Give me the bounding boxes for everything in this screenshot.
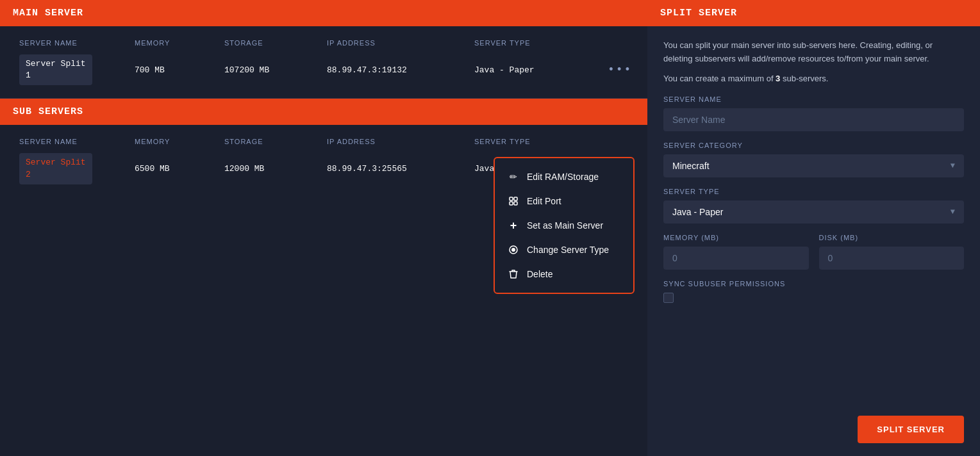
main-server-header: MAIN SERVER	[0, 0, 647, 26]
col-header-storage: STORAGE	[224, 39, 327, 47]
server-type-select[interactable]: Java - Paper Java - Spigot Bedrock	[663, 200, 964, 224]
sub-server-name-box-0: Server Split2	[19, 153, 92, 184]
context-menu-change-type[interactable]: Change Server Type	[495, 238, 633, 262]
col-header-type: SERVER TYPE	[474, 39, 602, 47]
context-menu-delete-label: Delete	[527, 269, 552, 279]
split-server-header: SPLIT SERVER	[647, 0, 980, 26]
edit-ram-icon: ✏	[508, 171, 519, 183]
change-type-icon	[508, 244, 519, 256]
sub-col-header-memory: MEMORY	[135, 138, 224, 145]
memory-label: MEMORY (MB)	[663, 234, 809, 241]
info-text-2: You can create a maximum of 3 sub-server…	[663, 72, 964, 86]
info-text-2-part1: You can create a maximum of	[663, 74, 776, 83]
col-header-ip: IP ADDRESS	[327, 39, 474, 47]
main-server-memory: 700 MB	[135, 65, 224, 75]
col-header-name: SERVER NAME	[19, 39, 135, 47]
server-category-select[interactable]: Minecraft Bedrock Other	[663, 154, 964, 177]
main-server-storage: 107200 MB	[224, 65, 327, 75]
info-text-2-part2: sub-servers.	[780, 74, 828, 83]
memory-input[interactable]	[663, 247, 809, 270]
main-server-name: Server Split1	[19, 54, 135, 85]
main-server-actions[interactable]: •••	[602, 61, 637, 79]
sub-server-ip-0: 88.99.47.3:25565	[327, 164, 474, 174]
main-table-header-row: SERVER NAME MEMORY STORAGE IP ADDRESS SE…	[19, 39, 628, 47]
left-panel: MAIN SERVER SERVER NAME MEMORY STORAGE I…	[0, 0, 647, 456]
svg-rect-2	[510, 202, 513, 205]
memory-disk-row: MEMORY (MB) DISK (MB)	[663, 224, 964, 270]
col-header-memory: MEMORY	[135, 39, 224, 47]
main-server-ip: 88.99.47.3:19132	[327, 65, 474, 75]
main-server-dots-button[interactable]: •••	[602, 61, 637, 79]
context-menu-edit-port-label: Edit Port	[527, 196, 561, 206]
sync-checkbox[interactable]	[663, 293, 674, 303]
context-menu-delete[interactable]: Delete	[495, 262, 633, 286]
main-server-row: Server Split1 700 MB 107200 MB 88.99.47.…	[19, 54, 628, 85]
sub-servers-table: SERVER NAME MEMORY STORAGE IP ADDRESS SE…	[0, 125, 647, 197]
main-server-name-box: Server Split1	[19, 54, 92, 85]
edit-port-icon	[508, 195, 519, 207]
svg-rect-3	[514, 202, 517, 205]
context-menu-edit-port[interactable]: Edit Port	[495, 189, 633, 213]
right-panel: SPLIT SERVER You can split your main ser…	[647, 0, 980, 456]
main-server-type: Java - Paper	[474, 65, 602, 75]
memory-col: MEMORY (MB)	[663, 224, 809, 270]
sub-col-header-ip: IP ADDRESS	[327, 138, 474, 145]
sub-col-header-storage: STORAGE	[224, 138, 327, 145]
sync-checkbox-row	[663, 293, 964, 303]
svg-rect-0	[510, 197, 513, 200]
svg-point-5	[511, 248, 515, 252]
right-content: You can split your main server into sub-…	[647, 26, 980, 403]
main-server-table: SERVER NAME MEMORY STORAGE IP ADDRESS SE…	[0, 26, 647, 98]
context-menu-edit-ram-label: Edit RAM/Storage	[527, 172, 599, 182]
sub-server-storage-0: 12000 MB	[224, 164, 327, 174]
svg-rect-1	[514, 197, 517, 200]
server-type-wrapper: Java - Paper Java - Spigot Bedrock ▼	[663, 200, 964, 224]
sub-col-header-name: SERVER NAME	[19, 138, 135, 145]
context-menu-set-main-label: Set as Main Server	[527, 220, 603, 231]
info-text-1: You can split your main server into sub-…	[663, 39, 964, 66]
sub-server-memory-0: 6500 MB	[135, 164, 224, 174]
context-menu: ✏ Edit RAM/Storage Edit Port + Set as Ma…	[494, 157, 635, 294]
disk-col: DISK (MB)	[819, 224, 965, 270]
sync-label: SYNC SUBUSER PERMISSIONS	[663, 280, 964, 288]
split-server-button[interactable]: SPLIT SERVER	[858, 416, 964, 443]
disk-label: DISK (MB)	[819, 234, 965, 241]
server-category-wrapper: Minecraft Bedrock Other ▼	[663, 154, 964, 177]
context-menu-change-type-label: Change Server Type	[527, 245, 609, 255]
set-main-icon: +	[508, 220, 519, 231]
disk-input[interactable]	[819, 247, 965, 270]
context-menu-edit-ram[interactable]: ✏ Edit RAM/Storage	[495, 165, 633, 189]
server-name-input[interactable]	[663, 108, 964, 131]
server-type-label: SERVER TYPE	[663, 188, 964, 195]
server-category-label: SERVER CATEGORY	[663, 142, 964, 149]
sub-col-header-type: SERVER TYPE	[474, 138, 602, 145]
sub-servers-header: SUB SERVERS	[0, 99, 647, 125]
sub-server-name-0: Server Split2	[19, 153, 135, 184]
delete-icon	[508, 268, 519, 280]
context-menu-set-main[interactable]: + Set as Main Server	[495, 213, 633, 238]
server-name-label: SERVER NAME	[663, 95, 964, 103]
sub-table-header-row: SERVER NAME MEMORY STORAGE IP ADDRESS SE…	[19, 138, 628, 145]
